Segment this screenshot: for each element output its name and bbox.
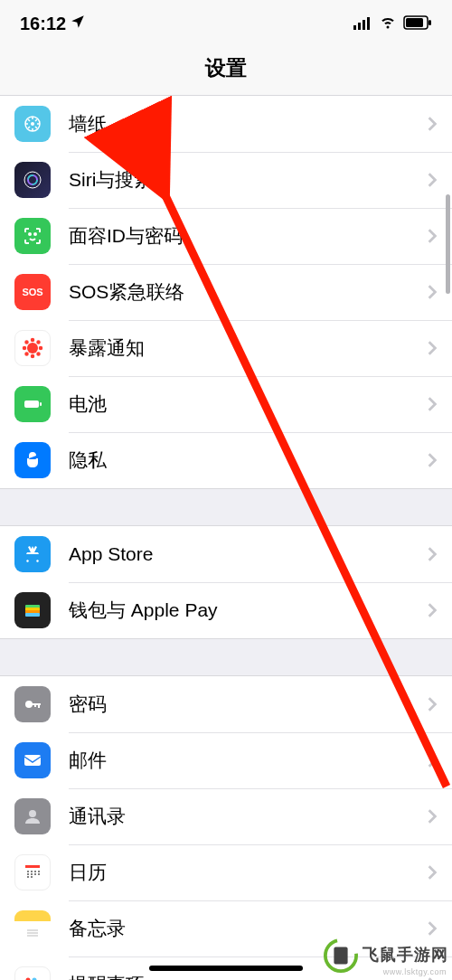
- row-label: 邮件: [69, 748, 427, 773]
- settings-row-faceid[interactable]: 面容ID与密码: [0, 208, 452, 264]
- settings-row-calendar[interactable]: 日历: [0, 844, 452, 900]
- battery-icon: [403, 14, 432, 34]
- watermark-logo: [324, 938, 358, 973]
- chevron-right-icon: [427, 284, 438, 300]
- chevron-right-icon: [427, 808, 438, 825]
- settings-row-privacy[interactable]: 隐私: [0, 432, 452, 488]
- svg-rect-34: [34, 703, 36, 707]
- svg-point-20: [25, 341, 28, 344]
- settings-row-battery[interactable]: 电池: [0, 376, 452, 432]
- row-label: Siri与搜索: [69, 167, 427, 193]
- chevron-right-icon: [427, 116, 438, 132]
- svg-rect-3: [367, 17, 370, 30]
- svg-rect-24: [24, 400, 39, 408]
- page-title: 设置: [0, 54, 452, 82]
- svg-point-19: [40, 347, 42, 350]
- chevron-right-icon: [427, 602, 438, 618]
- chevron-right-icon: [427, 546, 438, 562]
- chevron-right-icon: [427, 452, 438, 468]
- row-label: 备忘录: [69, 916, 427, 941]
- svg-rect-1: [358, 23, 361, 30]
- contacts-icon: [14, 798, 51, 834]
- status-time: 16:12: [20, 14, 66, 34]
- appstore-icon: [14, 536, 51, 572]
- svg-point-21: [37, 341, 40, 344]
- group-separator: [0, 488, 452, 526]
- svg-point-8: [31, 122, 34, 126]
- settings-row-wallpaper[interactable]: 墙纸: [0, 96, 452, 152]
- settings-row-wallet[interactable]: 钱包与 Apple Pay: [0, 582, 452, 638]
- watermark-text: 飞鼠手游网: [363, 944, 448, 966]
- chevron-right-icon: [427, 976, 438, 980]
- svg-point-45: [38, 873, 40, 875]
- svg-point-9: [24, 172, 41, 188]
- svg-rect-6: [428, 20, 431, 25]
- mail-icon: [14, 742, 51, 778]
- svg-rect-30: [25, 613, 40, 617]
- svg-rect-35: [24, 755, 41, 766]
- svg-point-42: [27, 873, 29, 875]
- settings-group: App Store钱包与 Apple Pay: [0, 526, 452, 638]
- row-label: App Store: [69, 543, 427, 565]
- svg-point-39: [31, 871, 33, 872]
- exposure-icon: [14, 330, 51, 366]
- row-label: 通讯录: [69, 804, 427, 829]
- watermark-subtext: www.lsktgy.com: [383, 967, 447, 976]
- chevron-right-icon: [427, 920, 438, 937]
- svg-rect-25: [40, 402, 42, 406]
- scroll-indicator[interactable]: [446, 194, 450, 294]
- settings-row-siri[interactable]: Siri与搜索: [0, 152, 452, 208]
- settings-row-exposure[interactable]: 暴露通知: [0, 320, 452, 376]
- page-header: 设置: [0, 40, 452, 96]
- row-label: 钱包与 Apple Pay: [69, 598, 427, 623]
- svg-point-23: [37, 353, 40, 355]
- chevron-right-icon: [427, 396, 438, 412]
- settings-row-appstore[interactable]: App Store: [0, 526, 452, 582]
- chevron-right-icon: [427, 752, 438, 768]
- svg-rect-37: [25, 865, 40, 868]
- svg-point-16: [32, 339, 34, 342]
- status-bar: 16:12: [0, 0, 452, 40]
- wallpaper-icon: [14, 106, 51, 142]
- privacy-icon: [14, 442, 51, 478]
- status-left: 16:12: [20, 14, 86, 34]
- home-indicator[interactable]: [149, 966, 303, 971]
- sos-icon: SOS: [14, 274, 51, 310]
- svg-point-17: [32, 355, 34, 358]
- battery-icon: [14, 386, 51, 422]
- settings-row-contacts[interactable]: 通讯录: [0, 788, 452, 844]
- wallet-icon: [14, 592, 51, 628]
- passwords-icon: [14, 686, 51, 722]
- status-right: [353, 14, 432, 34]
- svg-point-38: [27, 871, 29, 872]
- row-label: 提醒事项: [69, 972, 427, 980]
- siri-icon: [14, 162, 51, 198]
- wifi-icon: [378, 14, 398, 34]
- chevron-right-icon: [427, 228, 438, 244]
- svg-point-15: [27, 343, 38, 353]
- chevron-right-icon: [427, 696, 438, 712]
- settings-row-passwords[interactable]: 密码: [0, 676, 452, 732]
- svg-point-40: [34, 871, 36, 872]
- settings-row-mail[interactable]: 邮件: [0, 732, 452, 788]
- calendar-icon: [14, 854, 51, 890]
- row-label: 电池: [69, 391, 427, 417]
- settings-group: 密码邮件通讯录日历备忘录提醒事项: [0, 676, 452, 980]
- svg-point-13: [34, 233, 36, 235]
- svg-point-47: [31, 876, 33, 878]
- settings-list[interactable]: 墙纸Siri与搜索面容ID与密码SOSSOS紧急联络暴露通知电池隐私App St…: [0, 96, 452, 980]
- svg-text:SOS: SOS: [22, 287, 42, 297]
- settings-row-sos[interactable]: SOSSOS紧急联络: [0, 264, 452, 320]
- chevron-right-icon: [427, 172, 438, 188]
- svg-point-22: [25, 353, 28, 355]
- svg-point-18: [24, 347, 26, 350]
- svg-point-46: [27, 876, 29, 878]
- location-icon: [70, 14, 86, 34]
- row-label: 隐私: [69, 448, 427, 473]
- row-label: 日历: [69, 860, 427, 885]
- svg-point-43: [31, 873, 33, 875]
- row-label: SOS紧急联络: [69, 279, 427, 305]
- row-label: 面容ID与密码: [69, 223, 427, 249]
- row-label: 暴露通知: [69, 335, 427, 361]
- chevron-right-icon: [427, 864, 438, 881]
